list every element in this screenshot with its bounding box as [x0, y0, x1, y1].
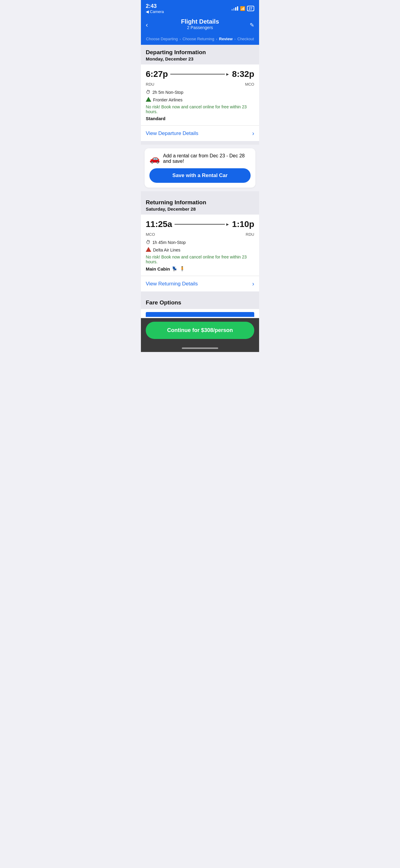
departing-cabin-label: Standard	[146, 116, 166, 121]
breadcrumb-arrow-1: ›	[180, 37, 181, 41]
departing-duration-row: ⏱ 2h 5m Non-Stop	[146, 90, 254, 95]
page-title: Flight Details	[156, 18, 244, 25]
status-left: 2:43 ◀ Camera	[146, 3, 164, 14]
rental-car-promo-row: 🚗 Add a rental car from Dec 23 - Dec 28 …	[149, 153, 251, 164]
back-button[interactable]: ‹	[146, 21, 148, 29]
fare-options-title: Fare Options	[146, 299, 254, 306]
continue-bar: Continue for $308/person	[141, 318, 259, 345]
returning-duration: 1h 45m Non-Stop	[152, 240, 186, 245]
fare-options-section-header: Fare Options	[141, 295, 259, 309]
returning-depart-time: 11:25a	[146, 219, 172, 229]
seat-icon: 💺	[172, 266, 178, 272]
breadcrumb-step-departing[interactable]: Choose Departing	[146, 37, 178, 41]
breadcrumb-step-returning[interactable]: Choose Returning	[182, 37, 214, 41]
breadcrumb-arrow-2: ›	[216, 37, 217, 41]
camera-back-label: ◀ Camera	[146, 9, 164, 14]
returning-flight-card: 11:25a ► 1:10p MCO RDU ⏱ 1h 45m Non-Stop…	[141, 215, 259, 276]
svg-marker-0	[146, 97, 151, 102]
wifi-icon: 📶	[240, 6, 245, 11]
save-with-rental-car-button[interactable]: Save with a Rental Car	[149, 168, 251, 183]
status-time: 2:43	[146, 3, 164, 9]
delta-airline-icon	[146, 247, 151, 253]
departing-title: Departing Information	[146, 49, 254, 56]
breadcrumb-step-checkout[interactable]: Checkout	[237, 37, 254, 41]
returning-times-row: 11:25a ► 1:10p	[146, 219, 254, 229]
divider-2	[141, 191, 259, 195]
returning-cabin: Main Cabin 💺 🧍	[146, 266, 254, 276]
returning-no-risk: No risk! Book now and cancel online for …	[146, 254, 254, 264]
frontier-airline-icon	[146, 97, 151, 102]
returning-section-header: Returning Information Saturday, December…	[141, 195, 259, 215]
person-seat-icon: 🧍	[179, 266, 185, 272]
returning-duration-row: ⏱ 1h 45m Non-Stop	[146, 240, 254, 245]
departing-flight-card: 6:27p ► 8:32p RDU MCO ⏱ 2h 5m Non-Stop F…	[141, 64, 259, 125]
fare-options-tabs	[141, 309, 259, 318]
breadcrumb: Choose Departing › Choose Returning › Re…	[141, 34, 259, 45]
continue-button[interactable]: Continue for $308/person	[146, 322, 254, 339]
route-arrow-icon-2: ►	[225, 222, 230, 227]
page-header: ‹ Flight Details 2 Passengers ✎	[141, 16, 259, 34]
home-bar	[182, 347, 218, 349]
route-arrow-icon: ►	[225, 72, 230, 76]
returning-title: Returning Information	[146, 199, 254, 206]
departing-origin-code: RDU	[146, 82, 154, 87]
breadcrumb-arrow-3: ›	[234, 37, 236, 41]
returning-cabin-label: Main Cabin	[146, 266, 170, 272]
clock-icon-2: ⏱	[146, 240, 151, 245]
battery-icon: 27	[247, 6, 254, 11]
divider-1	[141, 141, 259, 145]
rental-car-banner: 🚗 Add a rental car from Dec 23 - Dec 28 …	[145, 148, 255, 188]
departure-details-chevron-icon: ›	[252, 130, 254, 137]
departing-no-risk: No risk! Book now and cancel online for …	[146, 104, 254, 114]
returning-route-line: ►	[175, 222, 230, 227]
view-departure-details-button[interactable]: View Departure Details ›	[141, 125, 259, 141]
edit-button[interactable]: ✎	[250, 22, 254, 28]
home-indicator	[141, 345, 259, 352]
departing-airports-row: RDU MCO	[146, 82, 254, 87]
status-bar: 2:43 ◀ Camera 📶 27	[141, 0, 259, 16]
departing-depart-time: 6:27p	[146, 69, 168, 79]
signal-icon	[231, 6, 238, 10]
car-icon: 🚗	[149, 154, 160, 164]
departing-section-header: Departing Information Monday, December 2…	[141, 45, 259, 64]
returning-date: Saturday, December 28	[146, 207, 254, 212]
divider-3	[141, 291, 259, 295]
departing-date: Monday, December 23	[146, 56, 254, 61]
rental-car-promo-text: Add a rental car from Dec 23 - Dec 28 an…	[163, 153, 251, 164]
departing-duration: 2h 5m Non-Stop	[152, 90, 183, 95]
departing-route-line: ►	[170, 72, 230, 76]
departing-times-row: 6:27p ► 8:32p	[146, 69, 254, 79]
departing-cabin: Standard	[146, 116, 254, 125]
departing-airline-row: Frontier Airlines	[146, 97, 254, 102]
view-returning-details-button[interactable]: View Returning Details ›	[141, 276, 259, 291]
view-departure-details-label: View Departure Details	[146, 130, 199, 136]
returning-dest-code: RDU	[246, 232, 254, 237]
passenger-count: 2 Passengers	[156, 25, 244, 30]
returning-origin-code: MCO	[146, 232, 155, 237]
fare-tab-selected[interactable]	[146, 312, 254, 317]
returning-arrive-time: 1:10p	[232, 219, 254, 229]
clock-icon: ⏱	[146, 90, 151, 95]
returning-airline-name: Delta Air Lines	[153, 248, 180, 252]
returning-airline-row: Delta Air Lines	[146, 247, 254, 253]
returning-details-chevron-icon: ›	[252, 280, 254, 287]
departing-arrive-time: 8:32p	[232, 69, 254, 79]
departing-dest-code: MCO	[245, 82, 254, 87]
returning-airports-row: MCO RDU	[146, 232, 254, 237]
status-right: 📶 27	[231, 6, 254, 11]
svg-marker-1	[146, 247, 151, 252]
view-returning-details-label: View Returning Details	[146, 281, 198, 287]
breadcrumb-step-review[interactable]: Review	[219, 37, 233, 41]
fare-tab-bar	[146, 312, 254, 317]
departing-airline-name: Frontier Airlines	[153, 97, 182, 102]
